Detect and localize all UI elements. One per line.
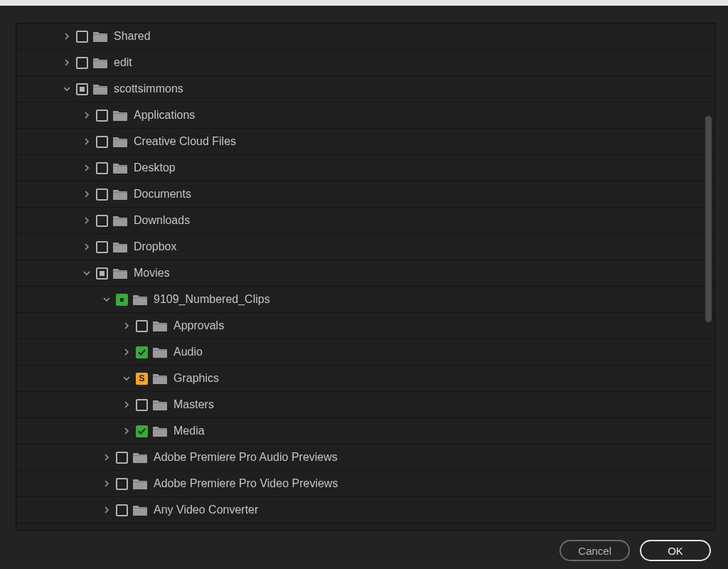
checkbox-empty-icon[interactable] xyxy=(136,399,148,411)
tree-row[interactable]: Approvals xyxy=(16,313,714,339)
tree-row-label: Shared xyxy=(114,30,151,43)
titlebar-strip xyxy=(0,0,728,6)
svg-rect-8 xyxy=(113,245,127,245)
tree-row[interactable]: 9109_Numbered_Clips xyxy=(16,287,714,313)
tree-row[interactable]: Documents xyxy=(16,181,714,208)
tree-row[interactable]: Adobe Premiere Pro Audio Previews xyxy=(16,445,714,471)
tree-row[interactable]: Dropbox xyxy=(16,234,714,260)
tree-row[interactable]: Audio xyxy=(16,339,714,366)
checkbox-empty-icon[interactable] xyxy=(116,478,128,490)
tree-row-label: Desktop xyxy=(134,161,176,174)
chevron-right-icon[interactable] xyxy=(122,321,132,331)
svg-rect-9 xyxy=(113,271,127,272)
chevron-right-icon[interactable] xyxy=(82,189,92,199)
checkbox-empty-icon[interactable] xyxy=(96,215,108,227)
checkbox-indeterminate-icon[interactable] xyxy=(76,83,88,95)
chevron-right-icon[interactable] xyxy=(62,31,72,41)
checkbox-empty-icon[interactable] xyxy=(136,320,148,332)
folder-icon xyxy=(132,294,148,306)
chevron-right-icon[interactable] xyxy=(102,479,112,489)
checkbox-empty-icon[interactable] xyxy=(96,110,108,122)
folder-icon xyxy=(112,136,128,148)
checkbox-empty-icon[interactable] xyxy=(116,452,128,464)
tree-row[interactable]: Media xyxy=(16,418,714,445)
svg-rect-14 xyxy=(153,403,167,403)
chevron-right-icon[interactable] xyxy=(102,505,112,515)
tree-row-label: Masters xyxy=(173,398,214,411)
chevron-right-icon[interactable] xyxy=(82,242,92,252)
tree-row-label: Media xyxy=(173,425,205,437)
tree-row[interactable]: Masters xyxy=(16,392,714,418)
chevron-right-icon[interactable] xyxy=(122,347,132,357)
chevron-right-icon[interactable] xyxy=(82,137,92,147)
folder-icon xyxy=(152,399,168,411)
svg-rect-18 xyxy=(133,508,147,509)
tree-row[interactable]: Creative Cloud Files xyxy=(16,129,714,155)
svg-rect-4 xyxy=(113,139,127,140)
chevron-down-icon[interactable] xyxy=(62,84,72,94)
cancel-button[interactable]: Cancel xyxy=(560,540,630,561)
checkbox-checked-icon[interactable] xyxy=(136,425,148,437)
svg-rect-1 xyxy=(93,60,107,61)
tree-row[interactable]: scottsimmons xyxy=(16,76,714,102)
svg-rect-6 xyxy=(113,192,127,193)
tree-row[interactable]: Any Video Converter xyxy=(16,497,714,523)
tree-row-label: Creative Cloud Files xyxy=(134,135,236,148)
chevron-down-icon[interactable] xyxy=(122,373,132,383)
chevron-right-icon[interactable] xyxy=(62,58,72,68)
folder-icon xyxy=(152,320,168,332)
folder-tree-panel: SharededitscottsimmonsApplicationsCreati… xyxy=(16,23,715,531)
tree-row[interactable]: Desktop xyxy=(16,155,714,181)
chevron-right-icon[interactable] xyxy=(122,426,132,436)
chevron-down-icon[interactable] xyxy=(102,294,112,304)
chevron-right-icon[interactable] xyxy=(82,110,92,120)
dialog-footer: Cancel OK xyxy=(0,532,728,569)
chevron-right-icon[interactable] xyxy=(82,216,92,225)
tree-row[interactable]: Movies xyxy=(16,260,714,287)
tree-row-label: 9109_Numbered_Clips xyxy=(154,293,270,306)
svg-rect-12 xyxy=(153,350,167,351)
tree-row-label: Adobe Premiere Pro Video Previews xyxy=(154,477,338,490)
folder-icon xyxy=(152,373,168,385)
checkbox-empty-icon[interactable] xyxy=(96,241,108,253)
tree-row-label: Audio xyxy=(173,346,203,358)
checkbox-checked-icon[interactable] xyxy=(136,346,148,358)
folder-icon xyxy=(112,241,128,253)
tree-row[interactable]: Adobe Premiere Pro Video Previews xyxy=(16,471,714,497)
folder-icon xyxy=(92,57,108,69)
checkbox-empty-icon[interactable] xyxy=(96,162,108,174)
tree-row[interactable]: Applications xyxy=(16,102,714,129)
chevron-down-icon[interactable] xyxy=(82,268,92,278)
checkbox-empty-icon[interactable] xyxy=(76,31,88,43)
checkbox-special-icon[interactable]: S xyxy=(136,373,148,385)
svg-rect-2 xyxy=(93,87,107,87)
checkbox-empty-icon[interactable] xyxy=(116,504,128,516)
tree-row-label: Graphics xyxy=(173,372,219,385)
checkbox-empty-icon[interactable] xyxy=(76,57,88,69)
chevron-right-icon[interactable] xyxy=(82,163,92,173)
checkbox-partial-green-icon[interactable] xyxy=(116,294,128,306)
scrollbar-thumb[interactable] xyxy=(705,116,712,322)
checkbox-indeterminate-icon[interactable] xyxy=(96,267,108,280)
svg-rect-17 xyxy=(133,482,147,482)
chevron-right-icon[interactable] xyxy=(122,400,132,410)
tree-row-label: Approvals xyxy=(173,319,224,332)
folder-icon xyxy=(132,452,148,464)
ok-button[interactable]: OK xyxy=(640,540,711,561)
folder-icon xyxy=(112,215,128,227)
tree-row[interactable]: edit xyxy=(16,50,714,76)
svg-rect-11 xyxy=(153,324,167,324)
svg-rect-3 xyxy=(113,113,127,114)
folder-icon xyxy=(112,188,128,201)
tree-row[interactable]: Downloads xyxy=(16,208,714,234)
checkbox-empty-icon[interactable] xyxy=(96,136,108,148)
chevron-right-icon[interactable] xyxy=(102,452,112,462)
svg-rect-13 xyxy=(153,376,167,377)
folder-icon xyxy=(132,478,148,490)
checkbox-empty-icon[interactable] xyxy=(96,188,108,201)
folder-icon xyxy=(92,83,108,95)
folder-icon xyxy=(132,504,148,516)
tree-row[interactable]: Shared xyxy=(16,23,714,50)
tree-row-label: scottsimmons xyxy=(114,83,183,95)
tree-row[interactable]: SGraphics xyxy=(16,366,714,392)
